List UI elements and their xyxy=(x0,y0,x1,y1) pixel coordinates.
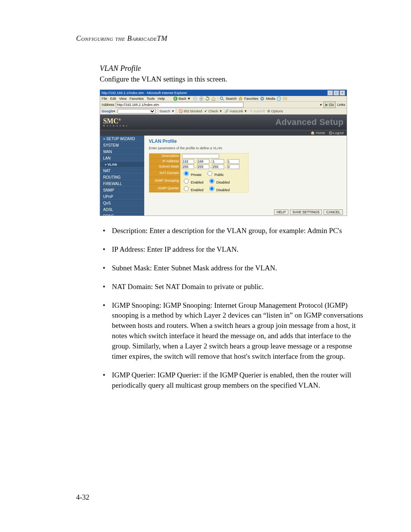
mask-octet-4[interactable] xyxy=(227,165,239,169)
address-input[interactable] xyxy=(116,102,244,107)
address-label: Address xyxy=(102,102,114,108)
toolbar-favorites[interactable]: Favorites xyxy=(244,96,258,101)
popups-blocked[interactable]: 🚫 952 blocked xyxy=(178,108,202,114)
window-title: http://192.168.2.1/index.stm - Microsoft… xyxy=(102,90,187,96)
ip-octet-1[interactable] xyxy=(182,159,194,164)
mask-octet-2[interactable] xyxy=(197,165,209,169)
nat-public[interactable]: Public xyxy=(206,173,224,177)
toolbar-search[interactable]: Search xyxy=(226,96,237,101)
bullet-0: Description: Enter a description for the… xyxy=(100,226,365,236)
bullet-1: IP Address: Enter IP address for the VLA… xyxy=(100,244,365,255)
stop-icon[interactable] xyxy=(199,96,204,101)
menu-help[interactable]: Help xyxy=(158,96,165,101)
screenshot-ie-window: http://192.168.2.1/index.stm - Microsoft… xyxy=(100,89,347,216)
label-nat-domain: NAT Domain xyxy=(149,169,180,177)
svg-point-6 xyxy=(261,98,263,99)
refresh-icon[interactable] xyxy=(205,96,210,101)
bullet-list: Description: Enter a description for the… xyxy=(100,226,365,391)
help-button[interactable]: HELP xyxy=(274,209,288,215)
label-igmp-querier: IGMP Querier xyxy=(149,185,180,192)
google-toolbar: Google▾ Search ▼ 🚫 952 blocked ✔ Check ▼… xyxy=(100,108,347,115)
content-pane: VLAN Profile Enter parameters of the pro… xyxy=(144,136,347,216)
bullet-5: IGMP Querier: IGMP Querier: if the IGMP … xyxy=(100,370,365,391)
svg-point-0 xyxy=(173,97,177,101)
media-icon xyxy=(260,96,264,101)
sidebar-item-1[interactable]: SYSTEM xyxy=(100,142,144,149)
back-button[interactable]: Back ▼ xyxy=(172,96,191,101)
ip-octet-3[interactable] xyxy=(212,159,224,164)
page-number: 4-32 xyxy=(76,493,89,502)
google-search-box[interactable] xyxy=(118,109,156,113)
smc-banner: SMC® N e t w o r k s Advanced Setup xyxy=(100,115,347,130)
links-label[interactable]: Links xyxy=(337,102,345,108)
sidebar-item-6[interactable]: ROUTING xyxy=(100,174,144,181)
mask-octet-1[interactable] xyxy=(182,165,194,169)
section-title: VLAN Profile xyxy=(100,64,365,73)
querier-disabled[interactable]: Disabled xyxy=(207,188,230,192)
menu-tools[interactable]: Tools xyxy=(147,96,155,101)
home-icon[interactable] xyxy=(211,96,216,101)
menu-favorites[interactable]: Favorites xyxy=(129,96,143,101)
svg-point-3 xyxy=(220,97,223,99)
bullet-2: Subnet Mask: Enter Subnet Mask address f… xyxy=(100,263,365,273)
side-nav: » SETUP WIZARDSYSTEMWANLAN» VLANNATROUTI… xyxy=(100,136,144,216)
save-button[interactable]: SAVE SETTINGS xyxy=(290,209,322,215)
menu-file[interactable]: File xyxy=(102,96,107,101)
address-bar: Address ▾ ▶ Go Links xyxy=(100,102,347,108)
vlan-form: Description IP Address . . . xyxy=(149,153,249,193)
input-description[interactable] xyxy=(182,154,219,158)
spellcheck-button[interactable]: ✔ Check ▼ xyxy=(204,108,222,114)
autolink-button[interactable]: 🔗 AutoLink ▼ xyxy=(225,108,247,114)
autofill-button[interactable]: ✎ AutoFill xyxy=(250,108,265,114)
sidebar-item-0[interactable]: » SETUP WIZARD xyxy=(100,136,144,142)
close-icon[interactable]: × xyxy=(339,90,345,96)
bullet-3: NAT Domain: Set NAT Domain to private or… xyxy=(100,282,365,292)
sidebar-item-9[interactable]: UPnP xyxy=(100,193,144,200)
bullet-4: IGMP Snooping: IGMP Snooping: Internet G… xyxy=(100,300,365,362)
back-icon xyxy=(173,96,178,101)
menu-bar: File Edit View Favorites Tools Help Back… xyxy=(100,96,347,102)
svg-point-1 xyxy=(193,96,197,101)
minimize-icon[interactable]: – xyxy=(327,90,333,96)
sidebar-item-3[interactable]: LAN xyxy=(100,155,144,161)
content-title: VLAN Profile xyxy=(149,139,342,144)
menu-edit[interactable]: Edit xyxy=(110,96,116,101)
sidebar-item-5[interactable]: NAT xyxy=(100,168,144,174)
svg-line-4 xyxy=(223,99,224,100)
cancel-button[interactable]: CANCEL xyxy=(323,209,343,215)
querier-enabled[interactable]: Enabled xyxy=(182,188,204,192)
sidebar-item-10[interactable]: QoS xyxy=(100,200,144,206)
sidebar-item-4[interactable]: » VLAN xyxy=(100,161,144,168)
ip-octet-4[interactable] xyxy=(227,159,239,164)
go-button[interactable]: ▶ Go xyxy=(323,101,336,108)
sidebar-item-11[interactable]: ADSL xyxy=(100,206,144,213)
search-icon xyxy=(220,96,224,101)
mask-octet-3[interactable] xyxy=(212,165,224,169)
logout-link[interactable]: ⏻ Logout xyxy=(329,131,344,135)
smc-logo: SMC® N e t w o r k s xyxy=(103,117,128,127)
sidebar-item-7[interactable]: FIREWALL xyxy=(100,181,144,187)
snoop-disabled[interactable]: Disabled xyxy=(207,181,230,184)
label-mask: Subnet Mask xyxy=(149,164,180,169)
history-icon[interactable] xyxy=(277,96,281,101)
nat-private[interactable]: Private xyxy=(182,173,202,177)
google-search-button[interactable]: Search ▼ xyxy=(158,108,176,115)
sidebar-item-8[interactable]: SNMP xyxy=(100,187,144,193)
label-igmp-snooping: IGMP Snooping xyxy=(149,177,180,185)
content-hint: Enter parameters of the profile to defin… xyxy=(149,146,342,150)
sidebar-item-2[interactable]: WAN xyxy=(100,149,144,155)
maximize-icon[interactable]: □ xyxy=(333,90,339,96)
sidebar-item-12[interactable]: DDNS xyxy=(100,213,144,216)
options-button[interactable]: ⚙ Options xyxy=(267,108,283,114)
mail-icon[interactable] xyxy=(283,96,287,101)
ip-octet-2[interactable] xyxy=(197,159,209,164)
snoop-enabled[interactable]: Enabled xyxy=(182,181,204,184)
running-head: Configuring the BarricadeTM xyxy=(76,34,365,43)
favorites-icon xyxy=(238,96,243,101)
toolbar-media[interactable]: Media xyxy=(266,96,276,101)
label-description: Description xyxy=(149,153,180,159)
google-logo[interactable]: Google▾ xyxy=(102,108,115,114)
home-link[interactable]: 🏠 Home xyxy=(311,131,325,135)
menu-view[interactable]: View xyxy=(119,96,126,101)
forward-icon[interactable] xyxy=(193,96,198,101)
